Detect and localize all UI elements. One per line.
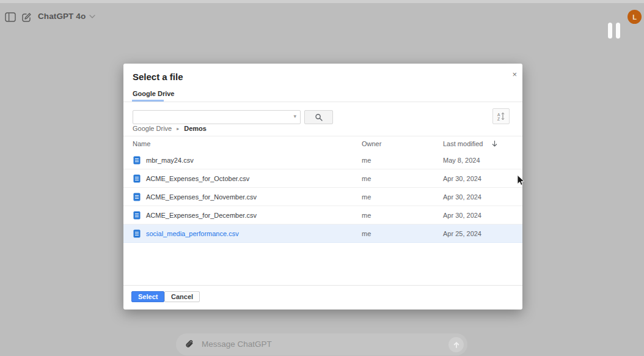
dialog-footer: Select Cancel bbox=[123, 285, 522, 310]
file-modified: Apr 30, 2024 bbox=[443, 212, 481, 219]
message-input[interactable]: Message ChatGPT bbox=[176, 333, 467, 355]
column-header-modified-label: Last modified bbox=[443, 140, 483, 147]
cancel-button[interactable]: Cancel bbox=[164, 291, 200, 302]
file-modified: Apr 25, 2024 bbox=[443, 230, 481, 237]
search-icon bbox=[315, 113, 323, 122]
sort-direction-down-icon bbox=[491, 140, 498, 147]
column-header-owner[interactable]: Owner bbox=[362, 140, 381, 147]
dialog-title: Select a file bbox=[133, 72, 183, 82]
table-row[interactable]: mbr_may24.csvmeMay 8, 2024 bbox=[123, 151, 522, 169]
csv-file-icon bbox=[133, 193, 141, 202]
file-owner: me bbox=[362, 212, 371, 219]
file-name: ACME_Expenses_for_December.csv bbox=[146, 212, 257, 219]
select-button[interactable]: Select bbox=[131, 291, 164, 302]
column-header-name[interactable]: Name bbox=[133, 140, 150, 147]
file-name: ACME_Expenses_for_October.csv bbox=[146, 175, 249, 182]
tab-google-drive[interactable]: Google Drive bbox=[133, 90, 174, 97]
sort-az-button[interactable]: A Z bbox=[492, 108, 510, 124]
svg-text:A: A bbox=[497, 113, 500, 117]
file-owner: me bbox=[362, 193, 371, 201]
file-list: mbr_may24.csvmeMay 8, 2024ACME_Expenses_… bbox=[123, 151, 522, 243]
file-picker-dialog: Select a file × Google Drive ▾ A Z Googl… bbox=[123, 64, 522, 310]
file-name: mbr_may24.csv bbox=[146, 157, 194, 164]
attach-paperclip-icon[interactable] bbox=[185, 339, 194, 349]
screen: ChatGPT 4o L Select a file × Google Driv… bbox=[0, 0, 644, 356]
sidebar-toggle-icon[interactable] bbox=[5, 12, 16, 23]
model-label: ChatGPT 4o bbox=[38, 12, 86, 21]
avatar[interactable]: L bbox=[628, 10, 642, 24]
table-row[interactable]: ACME_Expenses_for_October.csvmeApr 30, 2… bbox=[123, 169, 522, 188]
file-owner: me bbox=[362, 175, 371, 182]
file-name: social_media_performance.csv bbox=[146, 230, 239, 237]
file-modified: Apr 30, 2024 bbox=[443, 193, 481, 201]
column-header-modified[interactable]: Last modified bbox=[443, 140, 498, 147]
send-button[interactable] bbox=[448, 337, 464, 352]
window-top-strip bbox=[0, 0, 644, 3]
breadcrumb: Google Drive ▸ Demos bbox=[133, 125, 207, 132]
search-button[interactable] bbox=[304, 110, 333, 124]
message-placeholder: Message ChatGPT bbox=[202, 339, 272, 349]
csv-file-icon bbox=[133, 156, 141, 166]
sort-az-icon: A Z bbox=[497, 112, 505, 121]
combobox-caret-icon: ▾ bbox=[293, 113, 296, 119]
pause-icon[interactable] bbox=[608, 23, 620, 39]
breadcrumb-arrow-icon: ▸ bbox=[177, 126, 179, 132]
file-name: ACME_Expenses_for_November.csv bbox=[146, 193, 257, 201]
csv-file-icon bbox=[133, 211, 141, 221]
csv-file-icon bbox=[133, 229, 141, 239]
new-chat-icon[interactable] bbox=[21, 12, 32, 23]
breadcrumb-item-current: Demos bbox=[184, 125, 207, 132]
table-row[interactable]: ACME_Expenses_for_November.csvmeApr 30, … bbox=[123, 188, 522, 206]
chatgpt-topbar: ChatGPT 4o L bbox=[0, 9, 644, 28]
search-combobox[interactable]: ▾ bbox=[133, 110, 301, 124]
tab-divider bbox=[123, 102, 522, 102]
csv-file-icon bbox=[133, 174, 141, 184]
table-header: Name Owner Last modified bbox=[123, 136, 522, 152]
file-modified: Apr 30, 2024 bbox=[443, 175, 481, 182]
table-row[interactable]: ACME_Expenses_for_December.csvmeApr 30, … bbox=[123, 206, 522, 224]
arrow-up-icon bbox=[453, 341, 460, 349]
svg-text:Z: Z bbox=[497, 117, 500, 121]
mouse-cursor bbox=[517, 175, 525, 186]
close-icon[interactable]: × bbox=[512, 70, 517, 78]
breadcrumb-item-root[interactable]: Google Drive bbox=[133, 125, 172, 132]
file-modified: May 8, 2024 bbox=[443, 157, 480, 164]
model-selector[interactable]: ChatGPT 4o bbox=[38, 12, 95, 21]
chevron-down-icon bbox=[89, 15, 95, 18]
file-owner: me bbox=[362, 230, 371, 237]
file-owner: me bbox=[362, 157, 371, 164]
table-row[interactable]: social_media_performance.csvmeApr 25, 20… bbox=[123, 224, 522, 243]
